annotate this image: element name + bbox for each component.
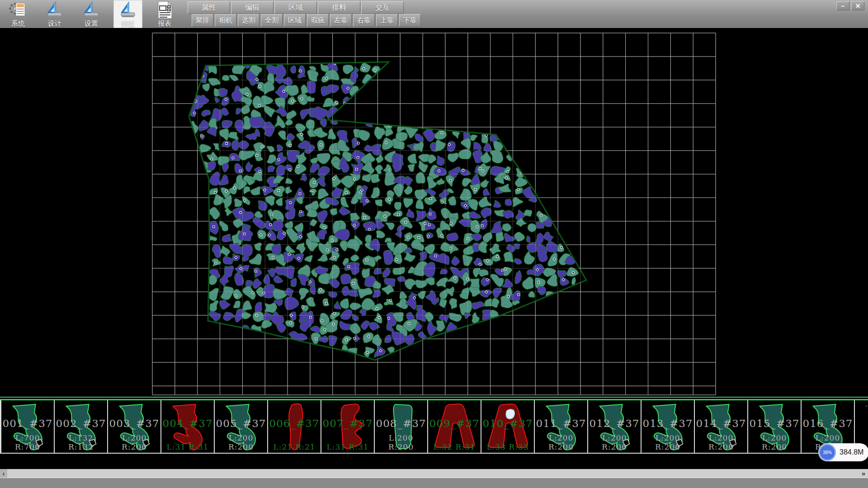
piece-lr-label: L:200 R:200 [108,433,160,451]
piece-name-label: 011_#37 [535,418,587,429]
piece-name-label: 005_#37 [215,418,267,429]
triangle-ruler-icon [118,0,138,19]
pieces-strip: 001_#37 L:700 R:700 002_#37 L:132 R:132 … [0,400,868,454]
piece-lr-label: L:200 R:200 [215,433,267,451]
piece-thumbnail-15[interactable]: 015_#37 L:200 R:200 [748,400,802,453]
nesting-app-window: 系统 设计 设置 排版 [0,0,868,488]
main-button-2[interactable]: 设计 [40,0,69,28]
piece-name-label: 001_#37 [1,418,54,429]
close-button[interactable]: ✕ [851,1,864,10]
piece-thumbnail-6[interactable]: 006_#37 L:21 R:21 [268,400,321,453]
scroll-track[interactable] [7,469,859,478]
piece-thumbnail-4[interactable]: 004_#37 L:31 R:31 [161,400,215,453]
piece-thumbnail-9[interactable]: 009_#37 L:32 R:31 [428,400,481,453]
piece-name-label: 013_#37 [642,418,694,429]
scroll-right-arrow[interactable]: » [859,469,868,478]
piece-name-label: 014_#37 [695,418,747,429]
memory-badge[interactable]: 38% 384.8M [818,443,868,461]
toolbar: 系统 设计 设置 排版 [0,0,868,28]
triangle-ruler-icon [81,0,101,19]
piece-lr-label: L:200 R:200 [695,433,747,451]
piece-name-label: 008_#37 [375,418,427,429]
tool-button-5[interactable]: 区域 [284,14,306,27]
tool-button-1[interactable]: 聚排 [192,14,213,27]
piece-name-label: 003_#37 [108,418,160,429]
triangle-ruler-icon [45,0,65,19]
tool-button-6[interactable]: 瑕疵 [307,14,329,27]
piece-name-label: 015_#37 [748,418,801,429]
main-button-label: 报表 [158,19,171,27]
piece-lr-label: L:132 R:132 [55,433,107,451]
piece-thumbnail-8[interactable]: 008_#37 L:200 R:200 [375,400,428,453]
main-button-label: 设计 [48,19,61,27]
tool-button-9[interactable]: 上靠 [376,14,398,27]
memory-percent-label: 38% [823,450,832,455]
minimize-button[interactable]: – [836,1,849,10]
piece-lr-label: L:33 R:33 [481,442,534,451]
piece-name-label: 012_#37 [588,418,641,429]
piece-thumbnail-14[interactable]: 014_#37 L:200 R:200 [695,400,748,453]
strip-bottom-gap [0,455,868,469]
piece-thumbnail-1[interactable]: 001_#37 L:700 R:700 [0,400,55,453]
piece-lr-label: L:21 R:21 [268,442,321,451]
system-gear-icon [8,0,28,19]
menu-button-2[interactable]: 编辑 [231,1,274,14]
main-icon-bar: 系统 设计 设置 排版 [4,0,179,28]
tool-row: 聚排相机选割全割区域瑕疵左靠右靠上靠下靠 [192,14,421,27]
menu-row: 属性编辑区域排料交互 [188,1,404,14]
canvas-svg [0,28,868,397]
piece-thumbnail-13[interactable]: 013_#37 L:200 R:200 [642,400,695,453]
main-button-label: 排版 [121,19,135,27]
tool-button-4[interactable]: 全割 [261,14,283,27]
main-button-4[interactable]: 排版 [113,0,142,28]
main-button-label: 设置 [85,19,98,27]
main-button-1[interactable]: 系统 [4,0,33,28]
piece-lr-label: L:31 R:31 [321,442,374,451]
menu-button-5[interactable]: 交互 [361,1,404,14]
piece-thumbnail-12[interactable]: 012_#37 L:200 R:200 [588,400,642,453]
piece-lr-label: L:32 R:31 [428,442,481,451]
menu-button-3[interactable]: 区域 [274,1,317,14]
main-button-label: 系统 [11,19,25,27]
tool-button-8[interactable]: 右靠 [353,14,375,27]
tool-button-3[interactable]: 选割 [238,14,259,27]
report-doc-icon [155,0,175,19]
tool-button-10[interactable]: 下靠 [399,14,421,27]
piece-name-label: 009_#37 [428,418,481,429]
menu-button-1[interactable]: 属性 [188,1,230,14]
piece-lr-label: L:200 R:200 [748,433,801,451]
main-button-5[interactable]: 报表 [150,0,179,28]
strip-separator-line [0,397,868,400]
piece-lr-label: L:31 R:31 [161,442,214,451]
piece-thumbnail-5[interactable]: 005_#37 L:200 R:200 [215,400,268,453]
nesting-canvas[interactable] [0,28,868,397]
document [16,3,25,16]
piece-thumbnail-2[interactable]: 002_#37 L:132 R:132 [55,400,108,453]
memory-percent-badge: 38% [819,444,836,461]
piece-thumbnail-3[interactable]: 003_#37 L:200 R:200 [108,400,161,453]
piece-thumbnail-10[interactable]: 010_#37 L:33 R:33 [481,400,535,453]
menu-button-4[interactable]: 排料 [318,1,360,14]
piece-lr-label: L:200 R:200 [588,433,641,451]
tool-button-2[interactable]: 相机 [215,14,236,27]
piece-lr-label: L:700 R:700 [1,433,54,451]
piece-name-label: 004_#37 [161,418,214,429]
piece-name-label: 007_#37 [321,418,374,429]
memory-size-label: 384.8M [840,448,863,456]
scroll-left-arrow[interactable]: ‹ [0,469,7,478]
window-controls: – ✕ [836,1,864,10]
piece-lr-label: L:200 R:200 [642,433,694,451]
piece-lr-label: L:200 R:200 [535,433,587,451]
tool-button-7[interactable]: 左靠 [330,14,352,27]
main-button-3[interactable]: 设置 [77,0,106,28]
piece-name-label: 006_#37 [268,418,321,429]
piece-lr-label: L:200 R:200 [375,433,427,451]
horizontal-scrollbar[interactable]: ‹ » [0,469,868,478]
piece-name-label: 010_#37 [481,418,534,429]
piece-name-label: 016_#37 [802,418,854,429]
piece-thumbnail-11[interactable]: 011_#37 L:200 R:200 [535,400,588,453]
piece-thumbnail-7[interactable]: 007_#37 L:31 R:31 [321,400,375,453]
piece-name-label: 002_#37 [55,418,107,429]
status-bar [0,478,868,488]
